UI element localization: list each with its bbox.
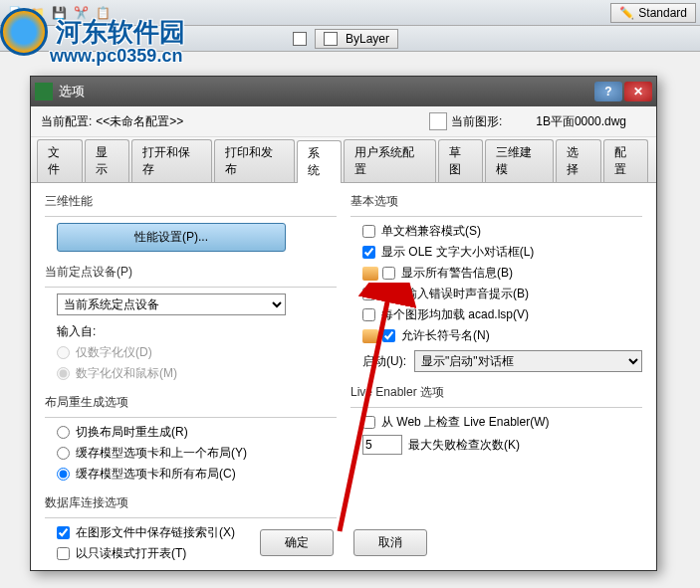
input-from-label: 输入自:: [57, 323, 337, 340]
tab-drafting[interactable]: 草图: [438, 139, 484, 182]
color-swatch[interactable]: [293, 32, 307, 46]
long-names-label: 允许长符号名(N): [401, 327, 490, 344]
profile-info-row: 当前配置: <<未命名配置>> 当前图形: 1B平面0000.dwg: [31, 106, 656, 137]
standard-dropdown[interactable]: ✏️ Standard: [610, 3, 696, 23]
tab-system[interactable]: 系统: [297, 140, 343, 183]
tabs: 文件 显示 打开和保存 打印和发布 系统 用户系统配置 草图 三维建模 选择 配…: [31, 137, 656, 183]
beep-error-label: 用户输入错误时声音提示(B): [381, 286, 529, 302]
titlebar: 选项 ? ✕: [31, 77, 656, 106]
group-title: 当前定点设备(P): [45, 264, 337, 281]
single-doc-checkbox[interactable]: [362, 225, 375, 238]
current-profile-label: 当前配置:: [41, 113, 92, 130]
tab-content: 三维性能 性能设置(P)... 当前定点设备(P) 当前系统定点设备 输入自:: [31, 183, 656, 584]
tab-display[interactable]: 显示: [85, 139, 130, 182]
digitizer-only-label: 仅数字化仪(D): [76, 344, 152, 361]
cancel-button[interactable]: 取消: [353, 529, 427, 556]
group-3d-performance: 三维性能 性能设置(P)...: [45, 193, 337, 252]
group-title: 基本选项: [350, 193, 642, 210]
watermark-url: www.pc0359.cn: [50, 46, 182, 67]
tab-files[interactable]: 文件: [37, 139, 83, 182]
pencil-icon: ✏️: [619, 6, 634, 20]
performance-settings-button[interactable]: 性能设置(P)...: [57, 223, 286, 252]
tab-userprefs[interactable]: 用户系统配置: [344, 139, 436, 182]
pointing-device-select[interactable]: 当前系统定点设备: [57, 294, 286, 315]
max-fail-input[interactable]: [362, 435, 402, 455]
load-acadlsp-label: 每个图形均加载 acad.lsp(V): [381, 306, 529, 323]
long-names-checkbox[interactable]: [382, 329, 395, 342]
bylayer-dropdown[interactable]: ByLayer: [315, 29, 398, 49]
ole-textsize-checkbox[interactable]: [362, 246, 375, 259]
bylayer-label: ByLayer: [346, 32, 389, 46]
single-doc-label: 单文档兼容模式(S): [381, 223, 481, 240]
startup-select[interactable]: 显示"启动"对话框: [414, 350, 642, 372]
tab-profiles[interactable]: 配置: [603, 139, 649, 182]
digitizer-mouse-radio: [57, 367, 70, 380]
ole-textsize-label: 显示 OLE 文字大小对话框(L): [381, 244, 534, 261]
digitizer-mouse-label: 数字化仪和鼠标(M): [76, 365, 177, 382]
disk-icon: [362, 329, 378, 343]
current-profile-value: <<未命名配置>>: [96, 113, 183, 130]
show-warnings-label: 显示所有警告信息(B): [401, 265, 513, 282]
close-button[interactable]: ✕: [624, 82, 652, 101]
ok-button[interactable]: 确定: [260, 529, 334, 556]
app-icon: [35, 83, 53, 100]
standard-label: Standard: [638, 6, 687, 20]
options-dialog: 选项 ? ✕ 当前配置: <<未命名配置>> 当前图形: 1B平面0000.dw…: [30, 76, 657, 571]
regen-switch-radio[interactable]: [57, 426, 70, 439]
group-pointing-device: 当前定点设备(P) 当前系统定点设备 输入自: 仅数字化仪(D) 数字化仪和鼠标…: [45, 264, 337, 382]
group-basic-options: 基本选项 单文档兼容模式(S) 显示 OLE 文字大小对话框(L) 显示所有警: [350, 193, 642, 372]
digitizer-only-radio: [57, 346, 70, 359]
group-title: 三维性能: [45, 193, 337, 210]
show-warnings-checkbox[interactable]: [382, 267, 395, 280]
startup-label: 启动(U):: [362, 353, 406, 370]
group-layout-regen: 布局重生成选项 切换布局时重生成(R) 缓存模型选项卡和上一个布局(Y) 缓存模…: [45, 394, 337, 483]
group-title: Live Enabler 选项: [350, 384, 642, 401]
check-web-checkbox[interactable]: [362, 416, 375, 429]
color-icon: [324, 32, 338, 46]
cache-last-radio[interactable]: [57, 447, 70, 460]
cache-last-label: 缓存模型选项卡和上一个布局(Y): [76, 445, 247, 462]
cache-all-radio[interactable]: [57, 468, 70, 481]
check-web-label: 从 Web 上检查 Live Enabler(W): [381, 414, 550, 431]
beep-error-checkbox[interactable]: [362, 288, 375, 300]
regen-switch-label: 切换布局时重生成(R): [76, 424, 188, 441]
max-fail-label: 最大失败检查次数(K): [408, 437, 520, 454]
current-drawing-label: 当前图形:: [451, 113, 502, 130]
group-title: 布局重生成选项: [45, 394, 337, 411]
current-drawing-value: 1B平面0000.dwg: [536, 113, 626, 130]
dialog-buttons: 确定 取消: [31, 529, 656, 556]
cache-all-label: 缓存模型选项卡和所有布局(C): [76, 466, 236, 483]
dialog-title: 选项: [59, 83, 594, 100]
tab-selection[interactable]: 选择: [556, 139, 601, 182]
disk-icon: [362, 267, 378, 281]
load-acadlsp-checkbox[interactable]: [362, 308, 375, 321]
watermark-logo-icon: [0, 8, 48, 56]
drawing-icon: [429, 112, 447, 130]
tab-3dmodel[interactable]: 三维建模: [485, 139, 554, 182]
group-live-enabler: Live Enabler 选项 从 Web 上检查 Live Enabler(W…: [350, 384, 642, 455]
tab-plot[interactable]: 打印和发布: [214, 139, 295, 182]
watermark-text: 河东软件园: [56, 15, 185, 50]
help-button[interactable]: ?: [594, 82, 622, 101]
group-title: 数据库连接选项: [45, 494, 337, 511]
tab-opensave[interactable]: 打开和保存: [131, 139, 212, 182]
